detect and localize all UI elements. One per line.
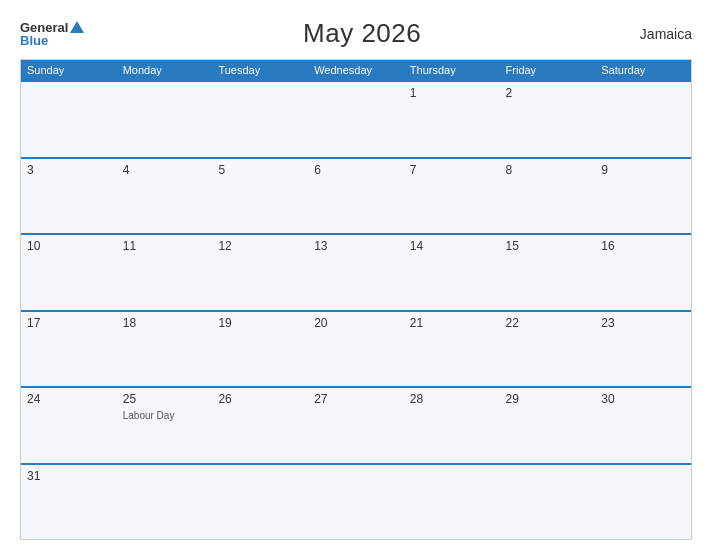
day-cell: 12 <box>212 235 308 310</box>
day-number: 21 <box>410 316 423 330</box>
day-cell: 30 <box>595 388 691 463</box>
day-cell: 3 <box>21 159 117 234</box>
day-number: 6 <box>314 163 321 177</box>
day-cell: 18 <box>117 312 213 387</box>
logo-triangle-icon <box>70 21 84 33</box>
day-number: 24 <box>27 392 40 406</box>
day-cell: 16 <box>595 235 691 310</box>
day-number: 7 <box>410 163 417 177</box>
day-number: 30 <box>601 392 614 406</box>
day-cell: 8 <box>500 159 596 234</box>
day-cell: 21 <box>404 312 500 387</box>
day-cell: 7 <box>404 159 500 234</box>
day-cell: 13 <box>308 235 404 310</box>
day-cell <box>117 82 213 157</box>
day-number: 28 <box>410 392 423 406</box>
day-number: 8 <box>506 163 513 177</box>
week-row-6: 31 <box>21 463 691 540</box>
day-cell <box>21 82 117 157</box>
day-number: 23 <box>601 316 614 330</box>
week-row-5: 2425Labour Day2627282930 <box>21 386 691 463</box>
day-number: 19 <box>218 316 231 330</box>
day-cell: 26 <box>212 388 308 463</box>
holiday-label: Labour Day <box>123 410 175 421</box>
day-cell <box>212 465 308 540</box>
day-cell: 23 <box>595 312 691 387</box>
day-number: 26 <box>218 392 231 406</box>
weeks-container: 1234567891011121314151617181920212223242… <box>21 80 691 539</box>
day-number: 1 <box>410 86 417 100</box>
header-friday: Friday <box>500 60 596 80</box>
day-cell: 2 <box>500 82 596 157</box>
header-thursday: Thursday <box>404 60 500 80</box>
day-cell: 5 <box>212 159 308 234</box>
calendar-title: May 2026 <box>303 18 421 49</box>
day-cell: 24 <box>21 388 117 463</box>
day-cell: 14 <box>404 235 500 310</box>
week-row-2: 3456789 <box>21 157 691 234</box>
day-cell: 29 <box>500 388 596 463</box>
header-saturday: Saturday <box>595 60 691 80</box>
day-cell: 15 <box>500 235 596 310</box>
day-cell: 6 <box>308 159 404 234</box>
day-cell: 20 <box>308 312 404 387</box>
day-number: 14 <box>410 239 423 253</box>
day-cell <box>308 82 404 157</box>
day-number: 31 <box>27 469 40 483</box>
country-label: Jamaica <box>640 26 692 42</box>
day-cell <box>404 465 500 540</box>
day-cell: 28 <box>404 388 500 463</box>
header-sunday: Sunday <box>21 60 117 80</box>
week-row-4: 17181920212223 <box>21 310 691 387</box>
page: General Blue May 2026 Jamaica Sunday Mon… <box>0 0 712 550</box>
logo: General Blue <box>20 21 84 47</box>
day-cell <box>500 465 596 540</box>
day-cell <box>308 465 404 540</box>
day-cell: 31 <box>21 465 117 540</box>
day-number: 16 <box>601 239 614 253</box>
day-number: 15 <box>506 239 519 253</box>
header-tuesday: Tuesday <box>212 60 308 80</box>
day-number: 18 <box>123 316 136 330</box>
calendar-header: General Blue May 2026 Jamaica <box>20 18 692 49</box>
day-number: 29 <box>506 392 519 406</box>
day-cell: 19 <box>212 312 308 387</box>
day-cell: 4 <box>117 159 213 234</box>
day-cell: 27 <box>308 388 404 463</box>
day-number: 17 <box>27 316 40 330</box>
day-cell: 1 <box>404 82 500 157</box>
day-cell: 10 <box>21 235 117 310</box>
day-cell <box>595 465 691 540</box>
day-cell <box>212 82 308 157</box>
day-cell <box>595 82 691 157</box>
header-wednesday: Wednesday <box>308 60 404 80</box>
day-cell: 9 <box>595 159 691 234</box>
logo-general-text: General <box>20 21 68 34</box>
day-number: 27 <box>314 392 327 406</box>
calendar-grid: Sunday Monday Tuesday Wednesday Thursday… <box>20 59 692 540</box>
day-number: 5 <box>218 163 225 177</box>
day-cell <box>117 465 213 540</box>
day-cell: 22 <box>500 312 596 387</box>
day-cell: 11 <box>117 235 213 310</box>
day-cell: 17 <box>21 312 117 387</box>
day-number: 11 <box>123 239 136 253</box>
day-cell: 25Labour Day <box>117 388 213 463</box>
week-row-3: 10111213141516 <box>21 233 691 310</box>
day-number: 13 <box>314 239 327 253</box>
day-number: 22 <box>506 316 519 330</box>
day-number: 3 <box>27 163 34 177</box>
day-number: 12 <box>218 239 231 253</box>
week-row-1: 12 <box>21 80 691 157</box>
day-number: 2 <box>506 86 513 100</box>
day-number: 25 <box>123 392 136 406</box>
day-number: 10 <box>27 239 40 253</box>
header-monday: Monday <box>117 60 213 80</box>
day-headers-row: Sunday Monday Tuesday Wednesday Thursday… <box>21 60 691 80</box>
day-number: 9 <box>601 163 608 177</box>
logo-blue-text: Blue <box>20 34 48 47</box>
day-number: 4 <box>123 163 130 177</box>
day-number: 20 <box>314 316 327 330</box>
